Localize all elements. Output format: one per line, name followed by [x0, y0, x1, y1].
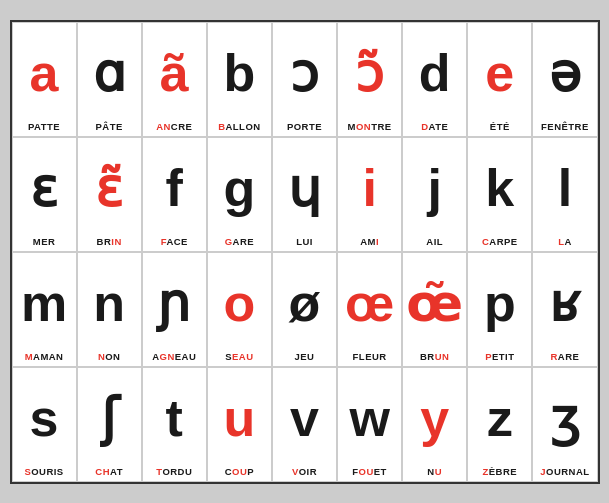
ipa-symbol: ɛ	[30, 144, 58, 232]
word-label: AIL	[426, 236, 443, 247]
word-label: LA	[558, 236, 572, 247]
ipa-cell: ɛMER	[12, 137, 77, 252]
ipa-symbol: l	[558, 144, 572, 232]
word-label: VOIR	[292, 466, 317, 477]
ipa-symbol: j	[427, 144, 441, 232]
ipa-symbol: ɲ	[157, 259, 191, 347]
ipa-cell: ɔPORTE	[272, 22, 337, 137]
ipa-symbol: œ̃	[406, 259, 463, 347]
ipa-symbol: i	[362, 144, 376, 232]
ipa-symbol: e	[485, 29, 514, 117]
ipa-symbol: k	[485, 144, 514, 232]
ipa-cell: pPETIT	[467, 252, 532, 367]
ipa-symbol: b	[224, 29, 256, 117]
ipa-cell: ɔ̃MONTRE	[337, 22, 402, 137]
word-label: ANCRE	[156, 121, 192, 132]
ipa-cell: tTORDU	[142, 367, 207, 482]
ipa-cell: gGARE	[207, 137, 272, 252]
word-label: GARE	[225, 236, 254, 247]
ipa-chart: aPATTEɑPÂTEãANCREbBALLONɔPORTEɔ̃MONTREdD…	[10, 20, 600, 484]
word-label: BALLON	[218, 121, 260, 132]
word-label: BRUN	[420, 351, 449, 362]
ipa-symbol: ɥ	[288, 144, 321, 232]
word-label: CHAT	[95, 466, 123, 477]
ipa-cell: øJEU	[272, 252, 337, 367]
ipa-cell: aPATTE	[12, 22, 77, 137]
word-label: NON	[98, 351, 121, 362]
word-label: PATTE	[28, 121, 60, 132]
ipa-symbol: y	[420, 374, 449, 462]
ipa-cell: ʁRARE	[532, 252, 597, 367]
ipa-symbol: t	[166, 374, 183, 462]
word-label: JOURNAL	[540, 466, 589, 477]
word-label: FLEUR	[353, 351, 387, 362]
ipa-symbol: œ	[345, 259, 394, 347]
ipa-symbol: ɑ	[93, 29, 126, 117]
ipa-symbol: n	[93, 259, 125, 347]
ipa-cell: zZÈBRE	[467, 367, 532, 482]
ipa-cell: ʒJOURNAL	[532, 367, 597, 482]
ipa-symbol: ʃ	[101, 374, 118, 462]
word-label: MONTRE	[348, 121, 392, 132]
ipa-cell: lLA	[532, 137, 597, 252]
ipa-symbol: v	[290, 374, 319, 462]
ipa-symbol: d	[419, 29, 451, 117]
word-label: PETIT	[485, 351, 514, 362]
word-label: CARPE	[482, 236, 518, 247]
ipa-symbol: z	[487, 374, 513, 462]
ipa-symbol: o	[224, 259, 256, 347]
word-label: PORTE	[287, 121, 322, 132]
ipa-cell: ɲAGNEAU	[142, 252, 207, 367]
word-label: NU	[427, 466, 442, 477]
word-label: AMI	[360, 236, 379, 247]
ipa-symbol: f	[166, 144, 183, 232]
ipa-cell: vVOIR	[272, 367, 337, 482]
word-label: TORDU	[156, 466, 192, 477]
ipa-cell: ãANCRE	[142, 22, 207, 137]
ipa-cell: bBALLON	[207, 22, 272, 137]
ipa-cell: ɥLUI	[272, 137, 337, 252]
ipa-symbol: u	[224, 374, 256, 462]
ipa-symbol: ʁ	[549, 259, 580, 347]
ipa-symbol: ʒ	[550, 374, 580, 462]
ipa-symbol: a	[30, 29, 59, 117]
ipa-cell: sSOURIS	[12, 367, 77, 482]
word-label: JEU	[295, 351, 315, 362]
ipa-symbol: ø	[289, 259, 321, 347]
ipa-cell: nNON	[77, 252, 142, 367]
ipa-cell: jAIL	[402, 137, 467, 252]
ipa-cell: wFOUET	[337, 367, 402, 482]
ipa-symbol: ã	[160, 29, 189, 117]
ipa-cell: mMAMAN	[12, 252, 77, 367]
word-label: AGNEAU	[152, 351, 196, 362]
ipa-cell: eÉTÉ	[467, 22, 532, 137]
word-label: PÂTE	[96, 121, 123, 132]
ipa-symbol: s	[30, 374, 59, 462]
ipa-symbol: g	[224, 144, 256, 232]
ipa-symbol: w	[349, 374, 389, 462]
ipa-cell: ʃCHAT	[77, 367, 142, 482]
word-label: FOUET	[352, 466, 387, 477]
word-label: BRIN	[97, 236, 122, 247]
ipa-cell: oSEAU	[207, 252, 272, 367]
word-label: LUI	[296, 236, 313, 247]
ipa-cell: œ̃BRUN	[402, 252, 467, 367]
ipa-symbol: ɛ̃	[95, 144, 123, 232]
ipa-cell: əFENÊTRE	[532, 22, 597, 137]
ipa-cell: uCOUP	[207, 367, 272, 482]
ipa-symbol: ə	[549, 29, 581, 117]
word-label: RARE	[551, 351, 580, 362]
word-label: DATE	[421, 121, 448, 132]
ipa-symbol: ɔ	[290, 29, 319, 117]
ipa-cell: yNU	[402, 367, 467, 482]
word-label: FENÊTRE	[541, 121, 589, 132]
ipa-cell: dDATE	[402, 22, 467, 137]
word-label: MAMAN	[25, 351, 64, 362]
word-label: COUP	[225, 466, 254, 477]
word-label: ZÈBRE	[483, 466, 518, 477]
ipa-symbol: p	[484, 259, 516, 347]
ipa-cell: ɑPÂTE	[77, 22, 142, 137]
word-label: MER	[33, 236, 56, 247]
word-label: ÉTÉ	[490, 121, 510, 132]
ipa-cell: œFLEUR	[337, 252, 402, 367]
